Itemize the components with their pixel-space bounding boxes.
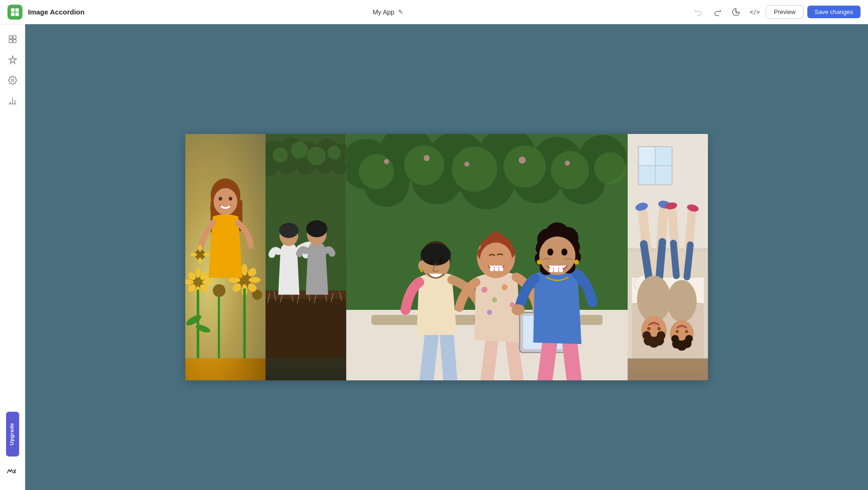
history-button[interactable] (728, 5, 743, 20)
panel-4-figure (628, 134, 708, 358)
topbar-actions: </> Preview Save changes (691, 5, 861, 20)
svg-point-108 (565, 161, 570, 166)
svg-rect-163 (628, 248, 708, 252)
preview-button[interactable]: Preview (766, 5, 803, 19)
code-icon: </> (750, 9, 760, 15)
svg-point-189 (685, 330, 688, 333)
accordion-panel-3[interactable] (346, 134, 628, 380)
svg-rect-67 (266, 295, 346, 358)
svg-point-104 (384, 159, 389, 164)
svg-rect-7 (13, 40, 16, 43)
svg-point-134 (480, 243, 512, 277)
svg-point-48 (198, 245, 202, 252)
code-button[interactable]: </> (747, 5, 762, 20)
svg-point-46 (229, 197, 232, 201)
svg-rect-35 (218, 297, 220, 358)
svg-point-63 (273, 147, 288, 163)
svg-rect-5 (13, 36, 16, 39)
svg-point-102 (551, 151, 589, 189)
svg-point-49 (198, 258, 202, 265)
svg-point-120 (492, 297, 497, 302)
svg-rect-136 (494, 267, 498, 271)
sidebar-item-analytics[interactable] (3, 91, 22, 110)
sidebar-item-pages[interactable] (3, 30, 22, 49)
sidebar-item-design[interactable] (3, 50, 22, 69)
svg-rect-0 (11, 8, 15, 12)
accordion-widget[interactable] (185, 134, 708, 380)
svg-point-151 (561, 249, 567, 256)
svg-point-185 (685, 335, 693, 343)
svg-point-101 (504, 146, 546, 188)
panel-1-figure (185, 134, 266, 358)
svg-point-103 (594, 152, 626, 184)
svg-point-29 (249, 277, 260, 283)
svg-point-99 (404, 145, 444, 185)
topbar-center: My App ✎ (90, 8, 686, 16)
redo-button[interactable] (710, 5, 725, 20)
save-changes-button[interactable]: Save changes (807, 6, 861, 18)
edit-app-name-icon[interactable]: ✎ (398, 8, 403, 15)
accordion-panel-1[interactable] (185, 134, 266, 380)
svg-rect-154 (559, 267, 563, 272)
upgrade-button[interactable]: Upgrade (6, 412, 19, 456)
svg-rect-135 (490, 267, 494, 271)
svg-point-173 (667, 280, 696, 322)
svg-point-28 (229, 277, 240, 283)
svg-point-65 (307, 147, 326, 165)
svg-point-178 (642, 331, 651, 340)
sidebar-bottom: Upgrade (5, 412, 20, 484)
panel-2-figure (266, 134, 346, 358)
svg-point-188 (676, 330, 679, 333)
svg-rect-36 (243, 288, 245, 358)
svg-point-85 (319, 224, 326, 231)
svg-rect-137 (499, 267, 503, 271)
accordion-panel-4[interactable] (628, 134, 708, 380)
svg-rect-162 (639, 147, 655, 165)
svg-point-18 (196, 268, 201, 278)
svg-point-100 (452, 147, 497, 192)
svg-point-105 (423, 155, 429, 161)
svg-rect-1 (15, 8, 19, 12)
svg-point-115 (418, 260, 425, 271)
svg-point-179 (657, 331, 665, 340)
svg-rect-153 (553, 267, 558, 272)
sidebar-item-settings[interactable] (3, 71, 22, 90)
svg-point-150 (547, 249, 553, 256)
svg-point-114 (420, 244, 451, 266)
main-layout: Upgrade (0, 24, 868, 490)
widget-title: Image Accordion (28, 8, 84, 16)
svg-point-21 (202, 280, 212, 285)
svg-rect-4 (9, 36, 12, 39)
svg-point-64 (291, 141, 308, 158)
accordion-panel-2[interactable] (266, 134, 346, 380)
undo-button[interactable] (691, 5, 706, 20)
canvas-area (25, 24, 868, 490)
svg-rect-34 (196, 290, 199, 358)
app-name-label: My App (372, 8, 394, 16)
svg-point-106 (464, 161, 469, 167)
svg-point-50 (190, 253, 197, 256)
svg-point-15 (213, 284, 225, 297)
svg-point-172 (637, 276, 671, 322)
svg-point-156 (574, 259, 579, 265)
svg-point-184 (671, 335, 679, 343)
svg-point-44 (214, 188, 238, 215)
svg-point-155 (537, 259, 542, 265)
svg-point-98 (359, 154, 394, 189)
svg-point-186 (647, 327, 650, 330)
svg-point-26 (242, 264, 248, 275)
wix-logo-bottom (5, 464, 20, 479)
svg-rect-6 (9, 40, 12, 43)
svg-point-116 (420, 269, 423, 272)
app-logo (7, 5, 22, 20)
svg-point-45 (219, 197, 222, 201)
svg-point-119 (481, 287, 487, 293)
svg-point-118 (438, 259, 443, 264)
topbar: Image Accordion My App ✎ </> Previe (0, 0, 868, 24)
svg-rect-68 (266, 291, 346, 299)
svg-point-187 (657, 327, 660, 330)
svg-rect-2 (11, 12, 15, 16)
svg-point-8 (11, 79, 14, 82)
svg-point-138 (511, 304, 525, 315)
svg-point-51 (203, 253, 210, 256)
